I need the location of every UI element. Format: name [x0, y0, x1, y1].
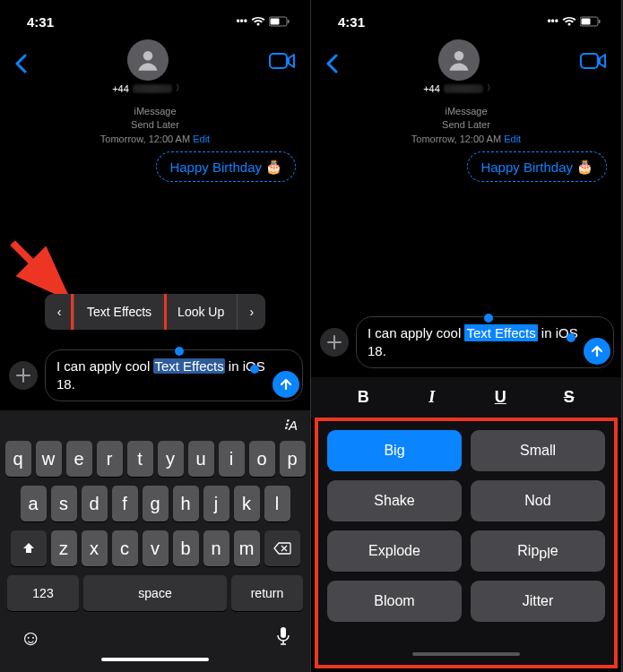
facetime-button[interactable] — [580, 39, 607, 73]
key-r[interactable]: r — [97, 441, 123, 477]
effect-jitter[interactable]: Jitter — [471, 581, 605, 622]
context-menu: ‹ Text Effects Look Up › — [45, 294, 265, 330]
format-strike[interactable]: S — [558, 388, 580, 407]
context-next[interactable]: › — [237, 294, 265, 330]
key-s[interactable]: s — [51, 486, 77, 521]
person-icon — [446, 47, 472, 73]
key-w[interactable]: w — [36, 441, 62, 477]
send-button[interactable] — [584, 338, 610, 365]
key-q[interactable]: q — [5, 441, 31, 477]
service-label: iMessage — [0, 105, 310, 118]
key-space[interactable]: space — [83, 575, 227, 611]
send-time: Tomorrow, 12:00 AM — [411, 134, 501, 144]
key-e[interactable]: e — [66, 441, 92, 477]
home-indicator[interactable] — [412, 652, 520, 656]
facetime-button[interactable] — [269, 39, 296, 73]
selection-handle-start[interactable] — [484, 314, 493, 323]
back-button[interactable] — [14, 39, 27, 80]
key-123[interactable]: 123 — [7, 575, 79, 611]
key-z[interactable]: z — [51, 530, 77, 566]
apps-button[interactable] — [9, 361, 38, 390]
back-button[interactable] — [325, 39, 338, 80]
home-indicator[interactable] — [101, 658, 209, 661]
wifi-icon — [562, 16, 576, 27]
key-p[interactable]: p — [280, 441, 306, 477]
key-k[interactable]: k — [234, 486, 260, 521]
contact-info[interactable]: +44 〉 — [423, 39, 495, 94]
key-i[interactable]: i — [219, 441, 245, 477]
key-a[interactable]: a — [21, 486, 47, 521]
key-t[interactable]: t — [127, 441, 153, 477]
schedule-meta: iMessage Send Later Tomorrow, 12:00 AM E… — [311, 105, 621, 146]
svg-rect-8 — [582, 19, 591, 25]
compose-row: I can apply cool Text Effects in iOS 18. — [311, 316, 621, 378]
send-time: Tomorrow, 12:00 AM — [100, 134, 190, 144]
contact-info[interactable]: +44 〉 — [112, 39, 184, 94]
key-l[interactable]: l — [264, 486, 290, 521]
key-o[interactable]: o — [249, 441, 275, 477]
format-bold[interactable]: B — [352, 388, 374, 407]
svg-rect-6 — [281, 627, 286, 638]
svg-point-3 — [143, 51, 153, 61]
effect-shake[interactable]: Shake — [327, 480, 462, 521]
selection-handle-start[interactable] — [175, 347, 184, 356]
selection-handle-end[interactable] — [567, 333, 575, 342]
key-h[interactable]: h — [173, 486, 199, 521]
key-u[interactable]: u — [188, 441, 214, 477]
compose-input[interactable]: I can apply cool Text Effects in iOS 18. — [45, 349, 303, 402]
context-item-look-up[interactable]: Look Up — [164, 294, 237, 330]
format-underline[interactable]: U — [489, 388, 511, 407]
contact-number-row: +44 〉 — [423, 82, 495, 94]
key-d[interactable]: d — [82, 486, 108, 521]
context-item-text-effects[interactable]: Text Effects — [74, 294, 164, 330]
key-f[interactable]: f — [112, 486, 138, 521]
scheduled-message-bubble[interactable]: Happy Birthday 🎂 — [467, 151, 607, 182]
status-icons: ••• — [547, 15, 601, 28]
key-c[interactable]: c — [112, 530, 138, 566]
key-b[interactable]: b — [173, 530, 199, 566]
effect-nod[interactable]: Nod — [471, 480, 605, 521]
svg-rect-11 — [581, 54, 598, 68]
effect-ripple[interactable]: Ripple — [471, 530, 605, 572]
context-prev[interactable]: ‹ — [45, 294, 74, 330]
edit-schedule[interactable]: Edit — [504, 134, 521, 144]
key-shift[interactable] — [11, 530, 47, 566]
keyboard-format-toggle[interactable]: ⠸A — [4, 416, 307, 441]
key-v[interactable]: v — [143, 530, 169, 566]
wifi-icon — [251, 16, 265, 27]
format-italic[interactable]: I — [421, 388, 443, 407]
blurred-number — [444, 84, 483, 93]
effect-small[interactable]: Small — [471, 430, 605, 471]
key-m[interactable]: m — [234, 530, 260, 566]
video-icon — [580, 52, 607, 70]
format-icon: ⠸A — [279, 418, 298, 434]
conversation-header: +44 〉 — [311, 36, 621, 101]
dictation-button[interactable] — [276, 626, 290, 650]
key-j[interactable]: j — [203, 486, 229, 521]
emoji-button[interactable]: ☺ — [20, 625, 42, 650]
effect-explode[interactable]: Explode — [327, 530, 462, 572]
key-return[interactable]: return — [231, 575, 303, 611]
format-bar: B I U S — [311, 377, 621, 418]
chevron-right-icon: 〉 — [176, 82, 184, 94]
effect-big[interactable]: Big — [327, 430, 462, 471]
effect-bloom[interactable]: Bloom — [327, 581, 462, 622]
video-icon — [269, 52, 296, 70]
key-backspace[interactable] — [264, 530, 300, 566]
edit-schedule[interactable]: Edit — [193, 134, 210, 144]
cellular-icon: ••• — [236, 15, 247, 28]
compose-input[interactable]: I can apply cool Text Effects in iOS 18. — [356, 316, 614, 369]
svg-point-10 — [454, 51, 464, 61]
key-g[interactable]: g — [143, 486, 169, 521]
scheduled-message-bubble[interactable]: Happy Birthday 🎂 — [156, 151, 296, 182]
selection-handle-end[interactable] — [250, 365, 259, 374]
key-x[interactable]: x — [82, 530, 108, 566]
apps-button[interactable] — [320, 328, 349, 357]
compose-selection: Text Effects — [153, 358, 224, 374]
send-button[interactable] — [273, 371, 299, 398]
key-n[interactable]: n — [203, 530, 229, 566]
arrow-up-icon — [591, 345, 603, 358]
battery-icon — [269, 16, 290, 27]
key-y[interactable]: y — [158, 441, 184, 477]
send-mode: Send Later — [0, 118, 310, 132]
